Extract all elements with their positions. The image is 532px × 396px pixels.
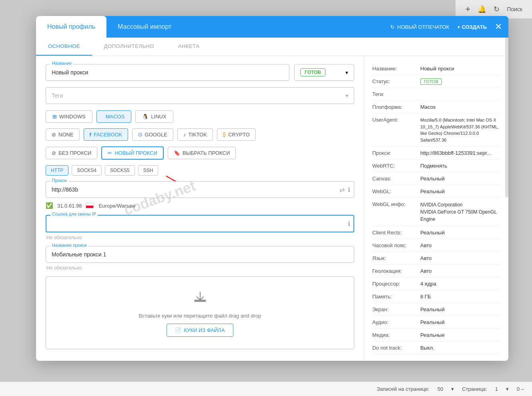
modal-header-actions: ↻ НОВЫЙ ОТПЕЧАТОК + СОЗДАТЬ ✕	[390, 22, 508, 31]
proxy-name-label: Название прокси	[50, 243, 88, 248]
info-label-timezone: Часовой пояс:	[372, 242, 420, 248]
modal-header: Новый профиль Массовый импорт ↻ НОВЫЙ ОТ…	[36, 16, 508, 38]
info-value-useragent: Mozilla/5.0 (Macintosh; Intel Mac OS X 1…	[420, 117, 500, 143]
modal-subtabs: ОСНОВНОЕ ДОПОЛНИТЕЛЬНО АНКЕТА	[36, 38, 508, 56]
info-label-memory: Память:	[372, 294, 420, 300]
info-row-webgl: WebGL: Реальный	[372, 185, 500, 198]
os-btn-macos[interactable]: MACOS	[96, 110, 132, 123]
tiktok-icon: ♪	[183, 132, 186, 138]
info-value-webgl-info: NVIDIA CorporationNVIDIA GeForce GT 750M…	[420, 201, 500, 223]
ip-change-info-icon: ℹ	[348, 220, 350, 228]
info-label-platform: Платформа:	[372, 104, 420, 110]
info-label-dnt: Do not track:	[372, 345, 420, 351]
info-row-memory: Память: 8 ГБ	[372, 290, 500, 303]
info-value-platform: Macos	[420, 104, 500, 110]
info-value-audio: Реальный	[420, 319, 500, 325]
proxy-type-section: ⊘ БЕЗ ПРОКСИ ✏ НОВЫЙ ПРОКСИ 🔖 ВЫБРАТЬ ПР…	[46, 146, 354, 160]
social-btn-facebook[interactable]: f FACEBOOK	[84, 128, 128, 141]
info-value-media: Реальные	[420, 332, 500, 338]
proxy-input-icons: ⇄ ℹ	[339, 186, 350, 194]
info-label-webgl: WebGL:	[372, 188, 420, 194]
windows-icon: ⊞	[52, 114, 57, 120]
info-icon[interactable]: ℹ	[348, 186, 350, 194]
info-value-webrtc: Подменять	[420, 163, 500, 169]
info-row-audio: Аудио: Реальный	[372, 316, 500, 329]
dropdown-records-icon[interactable]: ▾	[451, 386, 454, 392]
tab-new-profile[interactable]: Новый профиль	[36, 16, 106, 38]
proxy-name-input[interactable]	[46, 246, 354, 263]
info-label-useragent: UserAgent:	[372, 117, 420, 123]
info-label-client-rects: Client Rects:	[372, 230, 420, 236]
modal: Новый профиль Массовый импорт ↻ НОВЫЙ ОТ…	[36, 16, 508, 361]
info-row-canvas: Canvas: Реальный	[372, 172, 500, 185]
social-btn-google[interactable]: G GOOGLE	[132, 128, 173, 141]
left-panel: Название ГОТОВ ▾ Теги ▾ ⊞ WINDOWS	[36, 56, 364, 361]
region-text: Europe/Warsaw	[98, 203, 135, 209]
btn-create[interactable]: + СОЗДАТЬ	[457, 24, 487, 30]
page-range: 0 –	[517, 386, 524, 392]
btn-cookies-from-file[interactable]: 📄 КУКИ ИЗ ФАЙЛА	[167, 324, 233, 337]
ip-info-row: ✅ 31.0.61.98 Europe/Warsaw	[46, 202, 354, 209]
info-row-client-rects: Client Rects: Реальный	[372, 226, 500, 239]
tab-mass-import[interactable]: Массовый импорт	[106, 16, 183, 38]
upload-icon	[192, 289, 208, 308]
crypto-icon: ₿	[223, 132, 226, 138]
proxy-input[interactable]	[46, 181, 354, 198]
info-row-language: Язык: Авто	[372, 252, 500, 265]
refresh-small-icon: ↻	[390, 24, 395, 30]
info-value-client-rects: Реальный	[420, 230, 500, 236]
info-status-badge: ГОТОВ	[420, 78, 442, 85]
add-icon[interactable]: +	[465, 4, 470, 14]
flag-icon	[86, 203, 94, 208]
cookie-drop-zone[interactable]: Вставьте куки или перетащите файл drag a…	[46, 276, 354, 349]
status-dropdown[interactable]: ГОТОВ ▾	[294, 64, 354, 81]
modal-body: Название ГОТОВ ▾ Теги ▾ ⊞ WINDOWS	[36, 56, 508, 361]
dropdown-page-icon[interactable]: ▾	[506, 386, 509, 392]
swap-icon[interactable]: ⇄	[339, 186, 345, 194]
social-btn-crypto[interactable]: ₿ CRYPTO	[217, 128, 256, 141]
notification-icon[interactable]: 🔔	[478, 5, 486, 14]
name-input[interactable]	[46, 64, 289, 81]
info-value-status: ГОТОВ	[420, 78, 500, 84]
protocol-http[interactable]: HTTP	[46, 165, 68, 176]
info-value-cpu: 4 ядра	[420, 281, 500, 287]
os-btn-windows[interactable]: ⊞ WINDOWS	[46, 110, 92, 123]
subtab-survey[interactable]: АНКЕТА	[166, 38, 211, 56]
records-label: Записей на странице:	[377, 386, 430, 392]
social-btn-none[interactable]: ⊘ NONE	[46, 128, 80, 141]
page-value: 1	[495, 386, 498, 392]
info-value-name: Новый прокси	[420, 66, 500, 72]
info-row-webrtc: WebRTC: Подменять	[372, 160, 500, 172]
info-value-canvas: Реальный	[420, 176, 500, 182]
subtab-advanced[interactable]: ДОПОЛНИТЕЛЬНО	[92, 38, 166, 56]
social-btn-tiktok[interactable]: ♪ TIKTOK	[177, 128, 213, 141]
page-label: Страница:	[462, 386, 487, 392]
proxy-name-optional: Не обязательно	[46, 265, 354, 271]
info-row-name: Название: Новый прокси	[372, 62, 500, 75]
refresh-icon[interactable]: ↻	[494, 5, 500, 14]
scrollbar[interactable]	[505, 38, 508, 198]
os-btn-linux[interactable]: 🐧 LINUX	[135, 110, 173, 123]
subtab-basic[interactable]: ОСНОВНОЕ	[36, 38, 92, 56]
dropdown-arrow-icon: ▾	[345, 70, 348, 76]
btn-new-proxy[interactable]: ✏ НОВЫЙ ПРОКСИ	[101, 146, 164, 160]
info-value-language: Авто	[420, 255, 500, 261]
protocol-socks5[interactable]: SOCKS5	[105, 165, 135, 176]
ip-change-group: Ссылка для смены IP ℹ	[46, 215, 354, 232]
btn-new-print[interactable]: ↻ НОВЫЙ ОТПЕЧАТОК	[390, 24, 449, 30]
btn-select-proxy[interactable]: 🔖 ВЫБРАТЬ ПРОКСИ	[168, 147, 236, 159]
info-label-webgl-info: WebGL инфо:	[372, 201, 420, 207]
bottom-bar: Записей на странице: 50 ▾ Страница: 1 ▾ …	[0, 382, 532, 396]
os-buttons: ⊞ WINDOWS MACOS 🐧 LINUX	[46, 110, 354, 123]
info-label-geo: Геолокация:	[372, 268, 420, 274]
file-icon: 📄	[175, 327, 181, 333]
ip-change-input[interactable]	[46, 215, 354, 232]
protocol-socks4[interactable]: SOCKS4	[72, 165, 102, 176]
facebook-icon: f	[90, 132, 91, 138]
info-row-cpu: Процессор: 4 ядра	[372, 278, 500, 290]
close-button[interactable]: ✕	[495, 22, 502, 31]
cookie-text: Вставьте куки или перетащите файл drag a…	[139, 313, 261, 319]
none-icon: ⊘	[52, 132, 56, 138]
tags-field[interactable]: Теги ▾	[46, 87, 354, 104]
btn-no-proxy[interactable]: ⊘ БЕЗ ПРОКСИ	[46, 147, 97, 159]
